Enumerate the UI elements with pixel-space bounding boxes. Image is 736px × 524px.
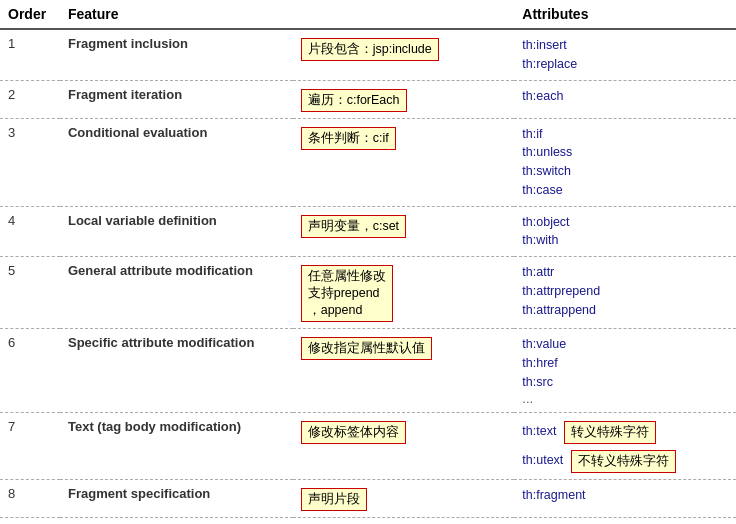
cell-feature: Local variable definition xyxy=(60,206,293,257)
cell-note: 任意属性修改 支持prepend ，append xyxy=(293,257,515,329)
attr-value: th:attrprepend xyxy=(522,282,728,301)
cell-note: 遍历：c:forEach xyxy=(293,80,515,118)
attr-value: th:replace xyxy=(522,55,728,74)
cell-order: 4 xyxy=(0,206,60,257)
note-box: 遍历：c:forEach xyxy=(301,89,407,112)
cell-feature: Fragment specification xyxy=(60,480,293,518)
cell-attrs: th:insertth:replace xyxy=(514,29,736,80)
cell-feature: Fragment inclusion xyxy=(60,29,293,80)
order-number: 7 xyxy=(8,419,15,434)
cell-attrs: th:ifth:unlessth:switchth:case xyxy=(514,118,736,206)
attr-value: th:href xyxy=(522,354,728,373)
feature-name-text: General attribute modification xyxy=(68,263,253,278)
header-attrs: Attributes xyxy=(514,0,736,29)
note-box-text: 转义特殊字符 xyxy=(564,421,656,444)
feature-name-text: Fragment inclusion xyxy=(68,36,188,51)
order-number: 4 xyxy=(8,213,15,228)
cell-attrs: th:attrth:attrprependth:attrappend xyxy=(514,257,736,329)
cell-note: 片段包含：jsp:include xyxy=(293,29,515,80)
cell-order: 6 xyxy=(0,329,60,413)
table-row: 4Local variable definition声明变量，c:setth:o… xyxy=(0,206,736,257)
table-row: 6Specific attribute modification修改指定属性默认… xyxy=(0,329,736,413)
table-row: 1Fragment inclusion片段包含：jsp:includeth:in… xyxy=(0,29,736,80)
cell-attrs: th:remove xyxy=(514,518,736,524)
attr-th-text: th:text xyxy=(522,422,556,441)
note-box-utext: 不转义特殊字符 xyxy=(571,450,676,473)
order-number: 8 xyxy=(8,486,15,501)
cell-order: 8 xyxy=(0,480,60,518)
cell-order: 1 xyxy=(0,29,60,80)
note-box: 修改标签体内容 xyxy=(301,421,406,444)
cell-note: 修改标签体内容 xyxy=(293,413,515,480)
header-note xyxy=(293,0,515,29)
cell-attrs: th:fragment xyxy=(514,480,736,518)
attr-value: th:switch xyxy=(522,162,728,181)
feature-name-text: Text (tag body modification) xyxy=(68,419,241,434)
note-box: 声明变量，c:set xyxy=(301,215,406,238)
table-row: 8Fragment specification声明片段th:fragment xyxy=(0,480,736,518)
order-number: 1 xyxy=(8,36,15,51)
cell-feature: Fragment iteration xyxy=(60,80,293,118)
attr-value: th:value xyxy=(522,335,728,354)
order-number: 5 xyxy=(8,263,15,278)
table-row: 9Fragment removalth:remove xyxy=(0,518,736,524)
attr-value: th:fragment xyxy=(522,486,728,505)
feature-name-text: Local variable definition xyxy=(68,213,217,228)
cell-order: 5 xyxy=(0,257,60,329)
cell-order: 9 xyxy=(0,518,60,524)
cell-order: 3 xyxy=(0,118,60,206)
cell-feature: Text (tag body modification) xyxy=(60,413,293,480)
attr-value: th:with xyxy=(522,231,728,250)
attr-value: th:insert xyxy=(522,36,728,55)
note-box: 任意属性修改 支持prepend ，append xyxy=(301,265,393,322)
order-number: 2 xyxy=(8,87,15,102)
attr-value: th:object xyxy=(522,213,728,232)
cell-order: 7 xyxy=(0,413,60,480)
attr-th-utext: th:utext xyxy=(522,451,563,470)
feature-name-text: Conditional evaluation xyxy=(68,125,207,140)
attr-value: th:attr xyxy=(522,263,728,282)
note-box: 修改指定属性默认值 xyxy=(301,337,432,360)
cell-note xyxy=(293,518,515,524)
cell-feature: Specific attribute modification xyxy=(60,329,293,413)
note-box: 声明片段 xyxy=(301,488,367,511)
header-order: Order xyxy=(0,0,60,29)
attr-value: ... xyxy=(522,391,728,406)
page-container: Order Feature Attributes 1Fragment inclu… xyxy=(0,0,736,524)
attr-value: th:attrappend xyxy=(522,301,728,320)
cell-feature: General attribute modification xyxy=(60,257,293,329)
cell-note: 声明片段 xyxy=(293,480,515,518)
feature-name-text: Fragment iteration xyxy=(68,87,182,102)
cell-attrs: th:valueth:hrefth:src... xyxy=(514,329,736,413)
order-number: 3 xyxy=(8,125,15,140)
table-row: 3Conditional evaluation条件判断：c:ifth:ifth:… xyxy=(0,118,736,206)
header-feature: Feature xyxy=(60,0,293,29)
feature-name-text: Specific attribute modification xyxy=(68,335,254,350)
table-row: 7Text (tag body modification)修改标签体内容th:t… xyxy=(0,413,736,480)
main-table: Order Feature Attributes 1Fragment inclu… xyxy=(0,0,736,524)
cell-note: 条件判断：c:if xyxy=(293,118,515,206)
order-number: 6 xyxy=(8,335,15,350)
cell-order: 2 xyxy=(0,80,60,118)
note-box: 片段包含：jsp:include xyxy=(301,38,439,61)
cell-attrs: th:text转义特殊字符th:utext不转义特殊字符 xyxy=(514,413,736,480)
table-row: 5General attribute modification任意属性修改 支持… xyxy=(0,257,736,329)
attr-value: th:each xyxy=(522,87,728,106)
cell-feature: Conditional evaluation xyxy=(60,118,293,206)
cell-attrs: th:objectth:with xyxy=(514,206,736,257)
table-row: 2Fragment iteration遍历：c:forEachth:each xyxy=(0,80,736,118)
cell-attrs: th:each xyxy=(514,80,736,118)
attr-value: th:src xyxy=(522,373,728,392)
cell-feature: Fragment removal xyxy=(60,518,293,524)
attr-value: th:if xyxy=(522,125,728,144)
cell-note: 声明变量，c:set xyxy=(293,206,515,257)
table-header-row: Order Feature Attributes xyxy=(0,0,736,29)
cell-note: 修改指定属性默认值 xyxy=(293,329,515,413)
attr-value: th:case xyxy=(522,181,728,200)
note-box: 条件判断：c:if xyxy=(301,127,396,150)
attr-value: th:unless xyxy=(522,143,728,162)
feature-name-text: Fragment specification xyxy=(68,486,210,501)
